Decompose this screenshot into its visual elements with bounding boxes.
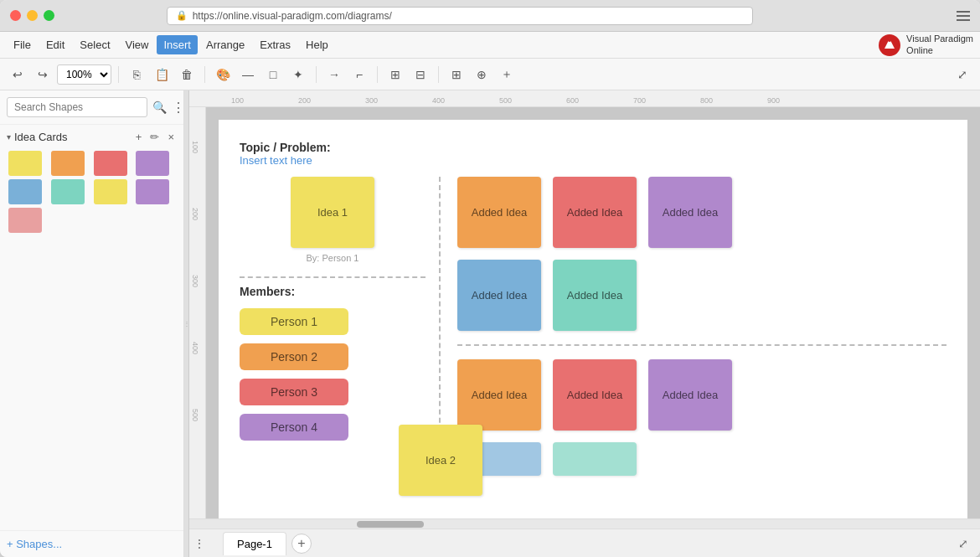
diagram-container: Idea 1 By: Person 1 Members: Person 1 Pe… [240, 177, 946, 489]
maximize-button[interactable] [44, 10, 54, 21]
line-button[interactable]: — [237, 64, 259, 85]
ruler-horizontal: 100 200 300 400 500 600 700 800 900 [189, 90, 980, 107]
search-input[interactable] [7, 97, 147, 117]
address-bar[interactable]: 🔒 https://online.visual-paradigm.com/dia… [167, 7, 753, 25]
align-button[interactable]: ⊟ [410, 64, 431, 85]
menu-select[interactable]: Select [73, 35, 116, 54]
idea-r1b-0[interactable]: Added Idea [457, 260, 541, 331]
card-grid [7, 151, 177, 233]
idea-r1-3-label: Added Idea [663, 206, 719, 219]
delete-button[interactable]: 🗑 [176, 64, 198, 85]
add-page-button[interactable]: + [291, 534, 312, 554]
topic-section: Topic / Problem: Insert text here [240, 141, 946, 167]
ruler-mark-700: 700 [633, 96, 646, 105]
ideas-section-2: Added Idea Added Idea Added Idea [457, 359, 946, 489]
member-btn-2[interactable]: Person 2 [240, 343, 348, 370]
ruler-v-mark-400: 400 [191, 342, 199, 354]
search-icon-button[interactable]: 🔍 [152, 101, 167, 114]
snap-button[interactable]: ⊕ [471, 64, 493, 85]
plus-button[interactable]: ＋ [496, 64, 518, 85]
border-button[interactable]: □ [262, 64, 284, 85]
add-shapes-button[interactable]: + Shapes... [7, 538, 62, 550]
redo-button[interactable]: ↪ [32, 64, 54, 85]
connect-button[interactable]: → [323, 64, 345, 85]
add-section-button[interactable]: + [133, 130, 145, 144]
edit-section-button[interactable]: ✏ [147, 130, 162, 144]
menu-arrange[interactable]: Arrange [199, 35, 251, 54]
menu-view[interactable]: View [119, 35, 156, 54]
member-btn-3[interactable]: Person 3 [240, 379, 348, 405]
card-thumb-8[interactable] [8, 208, 42, 233]
idea-r1-1[interactable]: Added Idea [457, 177, 541, 248]
card-thumb-3[interactable] [136, 151, 169, 176]
hscrollbar[interactable] [189, 518, 980, 529]
menu-file[interactable]: File [7, 35, 38, 54]
separator-3 [316, 66, 317, 83]
by-person1-text: By: Person 1 [307, 253, 359, 263]
idea-r1-2[interactable]: Added Idea [553, 177, 637, 248]
idea-r1-3[interactable]: Added Idea [648, 177, 732, 248]
ideas-row-1b: Added Idea Added Idea [457, 260, 946, 331]
menu-help[interactable]: Help [299, 35, 335, 54]
ruler-mark-100: 100 [231, 96, 244, 105]
topic-text[interactable]: Insert text here [240, 154, 946, 167]
canvas-background[interactable]: Topic / Problem: Insert text here [206, 107, 980, 518]
close-button[interactable] [10, 10, 21, 21]
group-button[interactable]: ⊞ [384, 64, 406, 85]
hscrollbar-thumb[interactable] [357, 521, 424, 528]
ideas-row-2b [457, 442, 946, 476]
card-thumb-7[interactable] [136, 179, 169, 204]
section-title: Idea Cards [14, 131, 68, 143]
idea-r1b-1[interactable]: Added Idea [553, 260, 637, 331]
route-button[interactable]: ⌐ [348, 64, 370, 85]
page-tab-1[interactable]: Page-1 [223, 532, 286, 555]
ruler-mark-400: 400 [432, 96, 445, 105]
idea-r2-1[interactable]: Added Idea [457, 359, 541, 431]
idea1-sticky[interactable]: Idea 1 [291, 177, 374, 248]
menu-insert[interactable]: Insert [157, 35, 198, 54]
ruler-mark-800: 800 [700, 96, 713, 105]
minimize-button[interactable] [27, 10, 38, 21]
fill-button[interactable]: 🎨 [212, 64, 234, 85]
menu-edit[interactable]: Edit [39, 35, 71, 54]
card-thumb-5[interactable] [51, 179, 85, 204]
member-btn-1[interactable]: Person 1 [240, 308, 348, 335]
zoom-select[interactable]: 100% 75% 125% [57, 64, 111, 85]
undo-button[interactable]: ↩ [7, 64, 28, 85]
card-thumb-4[interactable] [8, 179, 42, 204]
card-thumb-2[interactable] [94, 151, 127, 176]
ruler-mark-900: 900 [767, 96, 780, 105]
close-section-button[interactable]: × [165, 130, 177, 144]
expand-canvas-button[interactable]: ⤢ [953, 534, 973, 554]
menubar: File Edit Select View Insert Arrange Ext… [0, 32, 980, 59]
canvas-area: 100 200 300 400 500 600 700 800 900 100 … [189, 90, 980, 557]
search-more-button[interactable]: ⋮ [172, 100, 185, 116]
idea-r2-3[interactable]: Added Idea [648, 359, 732, 431]
section-actions: + ✏ × [133, 130, 177, 144]
idea-r2b-1[interactable] [553, 442, 637, 476]
idea-r2-2[interactable]: Added Idea [553, 359, 637, 431]
bottom-dots-button[interactable]: ⋮ [189, 534, 209, 554]
idea-r2-2-label: Added Idea [567, 389, 623, 401]
ruler-v-mark-500: 500 [191, 409, 199, 421]
paste-button[interactable]: 📋 [151, 64, 173, 85]
canvas-wrapper: 100 200 300 400 500 Topic / Problem: Ins… [189, 107, 980, 518]
hamburger-menu[interactable] [957, 11, 970, 21]
logo-icon [878, 34, 901, 57]
grid-button[interactable]: ⊞ [446, 64, 467, 85]
card-thumb-0[interactable] [8, 151, 42, 176]
card-thumb-1[interactable] [51, 151, 85, 176]
fullscreen-button[interactable]: ⤢ [952, 64, 973, 85]
idea2-sticky[interactable]: Idea 2 [399, 425, 482, 496]
style-button[interactable]: ✦ [287, 64, 309, 85]
url-text: https://online.visual-paradigm.com/diagr… [193, 10, 392, 22]
titlebar: 🔒 https://online.visual-paradigm.com/dia… [0, 0, 980, 32]
card-thumb-6[interactable] [94, 179, 127, 204]
member-btn-4[interactable]: Person 4 [240, 414, 348, 441]
copy-button[interactable]: ⎘ [126, 64, 147, 85]
idea1-section: Idea 1 By: Person 1 [240, 177, 426, 278]
menu-extras[interactable]: Extras [253, 35, 297, 54]
sidebar: 🔍 ⋮ ▾ Idea Cards + ✏ × [0, 90, 184, 557]
ruler-mark-300: 300 [365, 96, 378, 105]
collapse-arrow[interactable]: ▾ [7, 132, 11, 142]
